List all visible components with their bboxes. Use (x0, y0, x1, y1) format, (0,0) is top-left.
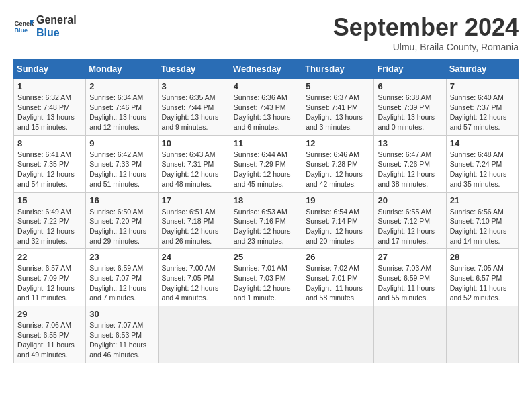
day-header-saturday: Saturday (446, 60, 518, 79)
day-number: 23 (89, 252, 154, 262)
calendar-cell: 3Sunrise: 6:35 AMSunset: 7:44 PMDaylight… (158, 79, 230, 136)
day-info: Sunrise: 6:43 AMSunset: 7:31 PMDaylight:… (162, 150, 226, 189)
day-number: 3 (162, 81, 226, 91)
day-info: Sunrise: 6:32 AMSunset: 7:48 PMDaylight:… (17, 93, 82, 132)
day-number: 13 (378, 138, 442, 148)
day-header-wednesday: Wednesday (230, 60, 302, 79)
day-header-monday: Monday (86, 60, 158, 79)
location: Ulmu, Braila County, Romania (333, 42, 519, 52)
calendar-cell (158, 306, 230, 363)
day-number: 9 (89, 138, 154, 148)
calendar-week-1: 1Sunrise: 6:32 AMSunset: 7:48 PMDaylight… (14, 79, 519, 136)
day-info: Sunrise: 6:38 AMSunset: 7:39 PMDaylight:… (378, 93, 442, 132)
day-number: 25 (234, 252, 298, 262)
calendar-cell: 9Sunrise: 6:42 AMSunset: 7:33 PMDaylight… (86, 135, 158, 192)
day-info: Sunrise: 6:40 AMSunset: 7:37 PMDaylight:… (450, 93, 515, 132)
calendar-table: SundayMondayTuesdayWednesdayThursdayFrid… (13, 59, 519, 363)
calendar-cell: 13Sunrise: 6:47 AMSunset: 7:26 PMDayligh… (374, 135, 446, 192)
day-number: 21 (450, 195, 515, 205)
day-info: Sunrise: 6:49 AMSunset: 7:22 PMDaylight:… (17, 207, 82, 246)
calendar-week-2: 8Sunrise: 6:41 AMSunset: 7:35 PMDaylight… (14, 135, 519, 192)
calendar-cell: 2Sunrise: 6:34 AMSunset: 7:46 PMDaylight… (86, 79, 158, 136)
day-header-sunday: Sunday (14, 60, 86, 79)
day-number: 4 (234, 81, 298, 91)
day-number: 7 (450, 81, 515, 91)
day-info: Sunrise: 6:44 AMSunset: 7:29 PMDaylight:… (234, 150, 298, 189)
calendar-cell: 5Sunrise: 6:37 AMSunset: 7:41 PMDaylight… (302, 79, 374, 136)
day-number: 27 (378, 252, 442, 262)
day-info: Sunrise: 6:37 AMSunset: 7:41 PMDaylight:… (306, 93, 370, 132)
svg-text:Blue: Blue (15, 27, 28, 34)
logo-general: General (36, 13, 77, 26)
day-header-thursday: Thursday (302, 60, 374, 79)
day-header-tuesday: Tuesday (158, 60, 230, 79)
calendar-cell: 21Sunrise: 6:56 AMSunset: 7:10 PMDayligh… (446, 192, 518, 249)
calendar-cell: 11Sunrise: 6:44 AMSunset: 7:29 PMDayligh… (230, 135, 302, 192)
calendar-cell: 6Sunrise: 6:38 AMSunset: 7:39 PMDaylight… (374, 79, 446, 136)
day-number: 11 (234, 138, 298, 148)
day-info: Sunrise: 6:48 AMSunset: 7:24 PMDaylight:… (450, 150, 515, 189)
calendar-cell: 22Sunrise: 6:57 AMSunset: 7:09 PMDayligh… (14, 249, 86, 306)
calendar-cell: 18Sunrise: 6:53 AMSunset: 7:16 PMDayligh… (230, 192, 302, 249)
day-header-friday: Friday (374, 60, 446, 79)
page-header: General Blue General Blue September 2024… (13, 13, 519, 52)
day-number: 10 (162, 138, 226, 148)
day-info: Sunrise: 6:59 AMSunset: 7:07 PMDaylight:… (89, 263, 154, 303)
calendar-cell (302, 306, 374, 363)
day-info: Sunrise: 7:07 AMSunset: 6:53 PMDaylight:… (89, 320, 154, 360)
day-info: Sunrise: 6:55 AMSunset: 7:12 PMDaylight:… (378, 207, 442, 246)
day-number: 14 (450, 138, 515, 148)
day-info: Sunrise: 7:00 AMSunset: 7:05 PMDaylight:… (162, 263, 226, 303)
calendar-cell: 23Sunrise: 6:59 AMSunset: 7:07 PMDayligh… (86, 249, 158, 306)
day-number: 8 (17, 138, 82, 148)
day-info: Sunrise: 7:06 AMSunset: 6:55 PMDaylight:… (17, 320, 82, 360)
calendar-cell: 4Sunrise: 6:36 AMSunset: 7:43 PMDaylight… (230, 79, 302, 136)
day-number: 26 (306, 252, 370, 262)
day-info: Sunrise: 6:41 AMSunset: 7:35 PMDaylight:… (17, 150, 82, 189)
day-info: Sunrise: 6:42 AMSunset: 7:33 PMDaylight:… (89, 150, 154, 189)
day-info: Sunrise: 7:01 AMSunset: 7:03 PMDaylight:… (234, 263, 298, 303)
day-info: Sunrise: 6:34 AMSunset: 7:46 PMDaylight:… (89, 93, 154, 132)
calendar-cell: 17Sunrise: 6:51 AMSunset: 7:18 PMDayligh… (158, 192, 230, 249)
day-number: 1 (17, 81, 82, 91)
day-info: Sunrise: 7:05 AMSunset: 6:57 PMDaylight:… (450, 263, 515, 303)
calendar-cell (230, 306, 302, 363)
calendar-cell: 16Sunrise: 6:50 AMSunset: 7:20 PMDayligh… (86, 192, 158, 249)
day-info: Sunrise: 6:46 AMSunset: 7:28 PMDaylight:… (306, 150, 370, 189)
month-title: September 2024 (333, 13, 519, 42)
day-number: 12 (306, 138, 370, 148)
calendar-cell: 26Sunrise: 7:02 AMSunset: 7:01 PMDayligh… (302, 249, 374, 306)
day-info: Sunrise: 6:56 AMSunset: 7:10 PMDaylight:… (450, 207, 515, 246)
day-info: Sunrise: 6:57 AMSunset: 7:09 PMDaylight:… (17, 263, 82, 303)
calendar-cell: 29Sunrise: 7:06 AMSunset: 6:55 PMDayligh… (14, 306, 86, 363)
day-info: Sunrise: 6:35 AMSunset: 7:44 PMDaylight:… (162, 93, 226, 132)
day-info: Sunrise: 7:03 AMSunset: 6:59 PMDaylight:… (378, 263, 442, 303)
day-info: Sunrise: 6:36 AMSunset: 7:43 PMDaylight:… (234, 93, 298, 132)
calendar-cell: 7Sunrise: 6:40 AMSunset: 7:37 PMDaylight… (446, 79, 518, 136)
day-info: Sunrise: 7:02 AMSunset: 7:01 PMDaylight:… (306, 263, 370, 303)
day-number: 30 (89, 309, 154, 319)
day-number: 28 (450, 252, 515, 262)
calendar-cell: 12Sunrise: 6:46 AMSunset: 7:28 PMDayligh… (302, 135, 374, 192)
calendar-cell: 25Sunrise: 7:01 AMSunset: 7:03 PMDayligh… (230, 249, 302, 306)
day-number: 20 (378, 195, 442, 205)
calendar-cell: 28Sunrise: 7:05 AMSunset: 6:57 PMDayligh… (446, 249, 518, 306)
day-info: Sunrise: 6:53 AMSunset: 7:16 PMDaylight:… (234, 207, 298, 246)
day-info: Sunrise: 6:51 AMSunset: 7:18 PMDaylight:… (162, 207, 226, 246)
title-section: September 2024 Ulmu, Braila County, Roma… (333, 13, 519, 52)
calendar-cell: 30Sunrise: 7:07 AMSunset: 6:53 PMDayligh… (86, 306, 158, 363)
day-number: 5 (306, 81, 370, 91)
calendar-cell: 1Sunrise: 6:32 AMSunset: 7:48 PMDaylight… (14, 79, 86, 136)
day-info: Sunrise: 6:47 AMSunset: 7:26 PMDaylight:… (378, 150, 442, 189)
calendar-cell: 15Sunrise: 6:49 AMSunset: 7:22 PMDayligh… (14, 192, 86, 249)
logo: General Blue General Blue (13, 13, 77, 39)
day-number: 16 (89, 195, 154, 205)
calendar-cell: 24Sunrise: 7:00 AMSunset: 7:05 PMDayligh… (158, 249, 230, 306)
day-number: 24 (162, 252, 226, 262)
calendar-cell: 8Sunrise: 6:41 AMSunset: 7:35 PMDaylight… (14, 135, 86, 192)
logo-blue: Blue (36, 26, 77, 39)
calendar-cell (374, 306, 446, 363)
day-number: 22 (17, 252, 82, 262)
logo-icon: General Blue (13, 16, 34, 36)
day-info: Sunrise: 6:50 AMSunset: 7:20 PMDaylight:… (89, 207, 154, 246)
